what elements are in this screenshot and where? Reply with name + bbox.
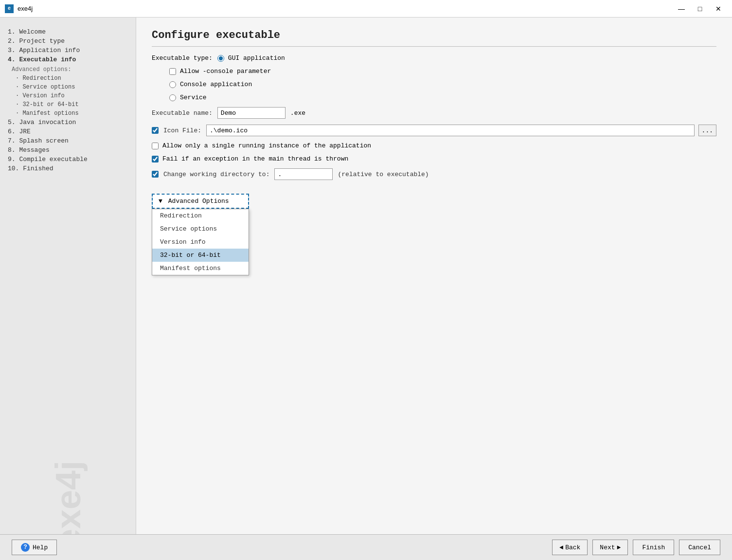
icon-file-input-container: ... [206, 125, 716, 136]
advanced-options-arrow-icon: ▼ [159, 198, 162, 205]
allow-console-checkbox[interactable] [169, 68, 176, 75]
dropdown-item-32-64-bit[interactable]: 32-bit or 64-bit [152, 249, 249, 262]
change-dir-checkbox[interactable] [152, 171, 159, 178]
exe-suffix: .exe [290, 109, 305, 117]
window-controls: — □ ✕ [673, 3, 727, 15]
sidebar-item-jre[interactable]: 6. JRE [8, 127, 128, 136]
back-label: Back [565, 544, 580, 551]
back-button[interactable]: ◄ Back [552, 540, 588, 555]
fail-exception-label: Fail if an exception in the main thread … [162, 155, 348, 163]
sidebar-item-java-invocation[interactable]: 5. Java invocation [8, 118, 128, 127]
radio-gui-label: GUI application [228, 54, 285, 62]
fail-exception-checkbox[interactable] [152, 156, 159, 163]
help-icon: ? [21, 543, 30, 552]
page-title: Configure executable [152, 29, 716, 47]
minimize-button[interactable]: — [673, 3, 690, 15]
advanced-options-label: Advanced Options [168, 198, 229, 205]
sidebar-item-manifest-options[interactable]: · Manifest options [8, 109, 128, 118]
finish-button[interactable]: Finish [633, 540, 674, 555]
change-dir-row: Change working directory to: (relative t… [152, 168, 716, 180]
content-area: Configure executable Executable type: GU… [136, 18, 732, 534]
executable-type-label: Executable type: [152, 54, 213, 62]
radio-console-label: Console application [180, 81, 252, 88]
sidebar-item-version-info[interactable]: · Version info [8, 91, 128, 100]
sidebar: 1. Welcome 2. Project type 3. Applicatio… [0, 18, 136, 534]
next-label: Next [600, 544, 615, 551]
next-button[interactable]: Next ► [592, 540, 628, 555]
dropdown-item-manifest-options[interactable]: Manifest options [152, 262, 249, 275]
sidebar-item-executable-info[interactable]: 4. Executable info [8, 55, 128, 64]
back-arrow-icon: ◄ [559, 544, 563, 551]
advanced-dropdown: Redirection Service options Version info… [152, 209, 249, 275]
relative-label: (relative to executable) [338, 171, 428, 178]
sidebar-item-application-info[interactable]: 3. Application info [8, 46, 128, 55]
radio-service-label: Service [180, 94, 207, 101]
sidebar-advanced-heading: Advanced options: [8, 65, 128, 74]
cancel-button[interactable]: Cancel [679, 540, 720, 555]
sidebar-item-splash-screen[interactable]: 7. Splash screen [8, 136, 128, 145]
sidebar-item-32-64-bit[interactable]: · 32-bit or 64-bit [8, 100, 128, 109]
sidebar-item-finished[interactable]: 10. Finished [8, 164, 128, 173]
executable-name-row: Executable name: .exe [152, 107, 716, 119]
radio-console-input[interactable] [169, 81, 176, 88]
next-arrow-icon: ► [617, 544, 621, 551]
dropdown-item-service-options[interactable]: Service options [152, 222, 249, 235]
finish-label: Finish [642, 544, 665, 551]
window-title: exe4j [18, 5, 669, 12]
executable-type-row: Executable type: GUI application [152, 54, 716, 62]
executable-name-label: Executable name: [152, 109, 213, 117]
app-icon: e [5, 4, 14, 13]
browse-button[interactable]: ... [698, 125, 716, 136]
maximize-button[interactable]: □ [691, 3, 709, 15]
radio-console-item: Console application [169, 81, 716, 88]
change-dir-label: Change working directory to: [163, 171, 269, 178]
help-label: Help [33, 544, 48, 551]
executable-name-input[interactable] [217, 107, 286, 119]
single-instance-label: Allow only a single running instance of … [162, 142, 371, 149]
dropdown-item-version-info[interactable]: Version info [152, 235, 249, 249]
advanced-options-button[interactable]: ▼ Advanced Options [152, 194, 249, 209]
sidebar-item-welcome[interactable]: 1. Welcome [8, 27, 128, 36]
advanced-options-container: ▼ Advanced Options Redirection Service o… [152, 194, 249, 209]
sidebar-watermark: exe4j [48, 461, 88, 534]
title-bar: e exe4j — □ ✕ [0, 0, 732, 18]
radio-gui-item: GUI application [217, 54, 285, 62]
single-instance-checkbox[interactable] [152, 143, 159, 149]
sidebar-item-redirection[interactable]: · Redirection [8, 74, 128, 83]
radio-service-input[interactable] [169, 94, 176, 101]
single-instance-row: Allow only a single running instance of … [152, 142, 716, 149]
help-button[interactable]: ? Help [12, 540, 57, 555]
dropdown-item-redirection[interactable]: Redirection [152, 209, 249, 222]
allow-console-label: Allow -console parameter [180, 68, 271, 75]
icon-file-checkbox[interactable] [152, 127, 159, 134]
cancel-label: Cancel [688, 544, 711, 551]
sidebar-item-service-options[interactable]: · Service options [8, 83, 128, 91]
allow-console-row: Allow -console parameter [169, 68, 716, 75]
icon-file-input[interactable] [206, 125, 695, 136]
sidebar-item-messages[interactable]: 8. Messages [8, 145, 128, 155]
change-dir-input[interactable] [274, 168, 333, 180]
radio-service-item: Service [169, 94, 716, 101]
form-section: Executable type: GUI application Allow -… [152, 54, 716, 209]
sidebar-item-project-type[interactable]: 2. Project type [8, 36, 128, 46]
icon-file-label: Icon File: [163, 127, 201, 134]
icon-file-row: Icon File: ... [152, 125, 716, 136]
fail-exception-row: Fail if an exception in the main thread … [152, 155, 716, 163]
sidebar-nav: 1. Welcome 2. Project type 3. Applicatio… [8, 27, 128, 173]
sidebar-item-compile-executable[interactable]: 9. Compile executable [8, 155, 128, 164]
radio-gui-input[interactable] [217, 55, 224, 62]
close-button[interactable]: ✕ [710, 3, 727, 15]
footer: ? Help ◄ Back Next ► Finish Cancel [0, 534, 732, 560]
